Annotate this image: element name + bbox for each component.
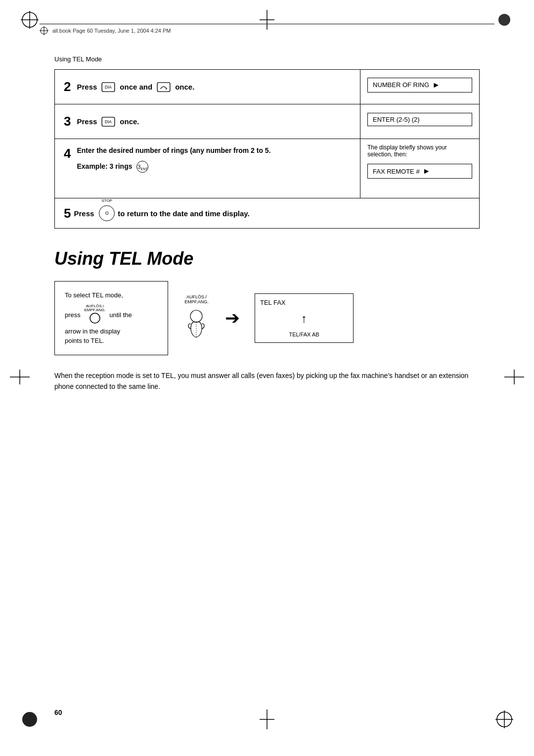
step-2-once-suffix: once. [175, 83, 194, 91]
aufloes-label: AUFLÖS./EMPF.ANG. [84, 304, 105, 313]
tel-text-line2: press AUFLÖS./EMPF.ANG. until the [65, 304, 158, 327]
svg-text:DIA: DIA [105, 85, 112, 89]
step-3-once: once. [120, 117, 139, 126]
curved-arrow-button-icon [157, 82, 171, 93]
step-3-left: 3 Press DIA once. [55, 104, 360, 139]
lcd-display: TEL FAX ↑ TEL/FAX AB [255, 293, 354, 343]
lcd-top-row: TEL FAX [260, 299, 348, 306]
svg-point-25 [190, 310, 202, 322]
step-3-row: 3 Press DIA once. ENTER (2-5) (2) [55, 104, 479, 139]
header-file-info: all.book Page 60 Tuesday, June 1, 2004 4… [52, 28, 171, 34]
breadcrumb: Using TEL Mode [54, 55, 102, 63]
corner-crosshair-br [494, 709, 514, 729]
right-center-crosshair [504, 370, 524, 384]
stop-button-label: STOP [102, 198, 113, 203]
step-2-right: NUMBER OF RING ► [360, 70, 479, 104]
step-2-once-and: once and [120, 83, 152, 91]
diagram-arrow: ➔ [225, 308, 240, 329]
step-2-press-label: Press [77, 83, 97, 91]
svg-text:DIA: DIA [105, 119, 112, 124]
step-2-number: 2 [64, 79, 71, 94]
step-4-left: 4 Enter the desired number of rings (any… [55, 139, 360, 198]
svg-point-24 [90, 313, 100, 323]
step-2-arrow: ► [432, 81, 440, 90]
bottom-center-crosshair [260, 709, 274, 729]
step-5-suffix: to return to the date and time display. [118, 209, 249, 218]
aufloes-button-icon [89, 313, 100, 324]
lcd-tel-fax-label: TEL FAX [260, 299, 286, 306]
lcd-up-arrow: ↑ [301, 312, 307, 326]
step-4-row: 4 Enter the desired number of rings (any… [55, 139, 479, 198]
corner-crosshair-tr [494, 10, 514, 30]
page-number: 60 [54, 709, 62, 716]
svg-rect-21 [157, 82, 170, 91]
step-5-row: 5 Press STOP ⊙ to return to the date and… [55, 198, 479, 228]
step-3-right-label: ENTER (2-5) (2) [373, 116, 420, 123]
tel-text-line1: To select TEL mode, [65, 290, 158, 300]
svg-point-4 [22, 712, 37, 727]
step-3-right: ENTER (2-5) (2) [360, 104, 479, 139]
step-4-example: Example: 3 rings 3ENT [77, 161, 270, 173]
tel-text-line3: arrow in the display [65, 327, 158, 336]
step-4-number: 4 [64, 146, 71, 161]
tel-press-label: press [65, 311, 81, 318]
example-circle-3: 3ENT [136, 161, 148, 173]
svg-point-3 [498, 14, 510, 26]
step-4-text: Enter the desired number of rings (any n… [77, 146, 270, 156]
lcd-container: TEL FAX ↑ TEL/FAX AB [255, 293, 354, 343]
step-2-display-box: NUMBER OF RING ► [367, 78, 472, 93]
step-5-press: Press [74, 209, 94, 218]
step-2-row: 2 Press DIA once and [55, 70, 479, 104]
step-4-right: The display briefly shows your selection… [360, 139, 479, 198]
dia2-button-icon: DIA [101, 116, 115, 127]
step-3-number: 3 [64, 114, 71, 129]
corner-crosshair-bl [20, 709, 40, 729]
tel-mode-paragraph: When the reception mode is set to TEL, y… [54, 370, 480, 392]
dia-button-icon: DIA [101, 82, 115, 93]
left-center-crosshair [10, 370, 30, 384]
hand-press-icon: AUFLÖS./EMPF.ANG. [183, 294, 210, 342]
main-content: 2 Press DIA once and [54, 69, 480, 392]
step-4-right-label: FAX REMOTE # [373, 168, 420, 175]
tel-until-label: until the [109, 311, 132, 318]
step-2-left: 2 Press DIA once and [55, 70, 360, 104]
header-crosshair-icon [40, 26, 48, 35]
stop-button-icon[interactable]: ⊙ [99, 205, 115, 221]
hand-svg [183, 305, 210, 340]
tel-mode-diagram: To select TEL mode, press AUFLÖS./EMPF.A… [54, 281, 480, 355]
lcd-bottom-label: TEL/FAX AB [260, 331, 348, 337]
tel-mode-section-title: Using TEL Mode [54, 248, 480, 269]
step-4-arrow: ► [423, 167, 431, 176]
step-5-number: 5 [64, 206, 71, 221]
tel-text-line4: points to TEL. [65, 336, 158, 346]
step-4-right-note: The display briefly shows your selection… [367, 144, 472, 158]
tel-text-box: To select TEL mode, press AUFLÖS./EMPF.A… [54, 281, 168, 355]
hand-aufloes-label: AUFLÖS./EMPF.ANG. [183, 294, 210, 304]
corner-crosshair-tl [20, 10, 40, 30]
header-strip: all.book Page 60 Tuesday, June 1, 2004 4… [40, 24, 494, 35]
step-3-display-box: ENTER (2-5) (2) [367, 113, 472, 126]
step-2-right-label: NUMBER OF RING [373, 81, 429, 89]
step-4-display-box: FAX REMOTE # ► [367, 164, 472, 179]
step-3-press-label: Press [77, 117, 97, 126]
steps-box: 2 Press DIA once and [54, 69, 480, 229]
